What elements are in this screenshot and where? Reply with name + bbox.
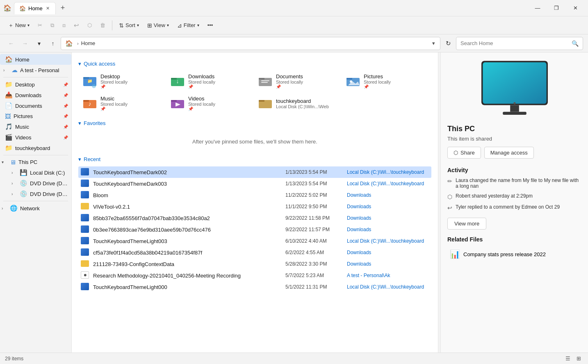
statusbar: 29 items ☰ ⊞: [0, 353, 588, 364]
right-panel-subtitle: This item is shared: [447, 136, 581, 142]
recent-file-location: Downloads: [347, 227, 429, 232]
share-button[interactable]: ⬡ Share: [447, 147, 481, 159]
copy-button[interactable]: ⧉: [47, 20, 57, 31]
sort-button[interactable]: ⇅ Sort ▾: [116, 20, 142, 31]
sidebar-item-thispc[interactable]: ▾ 🖥 This PC: [0, 157, 71, 167]
folder-pictures[interactable]: Pictures Stored locally 📌: [342, 71, 428, 91]
folder-videos-icon: [170, 96, 185, 111]
sidebar-divider-2: [3, 155, 68, 155]
sidebar-item-documents[interactable]: 📄 Documents 📌: [0, 100, 71, 111]
rename-button[interactable]: ↩: [71, 20, 82, 31]
folder-downloads[interactable]: ↓ Downloads Stored locally 📌: [166, 71, 252, 91]
sidebar-item-network[interactable]: › 🌐 Network: [0, 203, 71, 214]
share-button[interactable]: ⬡: [84, 20, 95, 30]
recent-file-row[interactable]: TouchKeyboardThemeLight003 6/10/2022 4:4…: [78, 235, 431, 247]
recent-file-row[interactable]: 0b3ee7663893cae76e9bd310aee59b70d76cc476…: [78, 224, 431, 235]
folder-touchkeyboard[interactable]: touchkeyboard Local Disk (C:)\Win...\Web: [254, 93, 340, 114]
quick-access-header[interactable]: ▾ Quick access: [78, 61, 431, 67]
filter-button[interactable]: ⊿ Filter ▾: [174, 20, 203, 31]
up-button[interactable]: ↑: [47, 37, 59, 50]
sidebar-item-music[interactable]: 🎵 Music 📌: [0, 121, 71, 132]
close-button[interactable]: ✕: [566, 2, 585, 15]
new-button[interactable]: ＋ New ▾: [5, 20, 33, 31]
address-bar[interactable]: 🏠 › Home ▾: [61, 37, 440, 50]
app-icon: 🏠: [3, 4, 11, 12]
thispc-expand-icon: ▾: [2, 160, 7, 164]
copy-icon: ⧉: [50, 22, 54, 29]
recent-file-icon: [81, 260, 89, 268]
sidebar-item-home[interactable]: 🏠 Home: [0, 54, 71, 65]
sidebar-item-localdisk[interactable]: › 💾 Local Disk (C:): [0, 167, 71, 178]
recent-header[interactable]: ▾ Recent: [78, 156, 431, 162]
recent-file-icon: [81, 248, 89, 257]
delete-button[interactable]: 🗑: [97, 20, 109, 30]
paste-button[interactable]: ⧈: [59, 20, 69, 31]
search-box[interactable]: 🔍: [456, 37, 583, 50]
recent-file-location: Local Disk (C:)\Wi...\touchkeyboard: [347, 284, 429, 290]
sidebar-divider-1: [3, 77, 68, 77]
forward-button[interactable]: →: [19, 37, 31, 50]
navbar: ← → ▾ ↑ 🏠 › Home ▾ ↻ 🔍: [0, 34, 588, 52]
sidebar-item-videos[interactable]: 🎬 Videos 📌: [0, 132, 71, 143]
new-tab-button[interactable]: +: [58, 3, 68, 13]
recent-file-row[interactable]: TouchKeyboardThemeDark003 1/13/2023 5:54…: [78, 178, 431, 189]
maximize-button[interactable]: ❐: [547, 2, 566, 15]
recent-file-row[interactable]: TouchKeyboardThemeDark002 1/13/2023 5:54…: [78, 166, 431, 178]
address-dropdown-button[interactable]: ▾: [431, 39, 436, 47]
folder-downloads-pin: 📌: [188, 84, 215, 89]
folder-music-name: Music: [100, 96, 128, 102]
tab-close-button[interactable]: ✕: [45, 5, 50, 12]
cut-icon: ✂: [38, 22, 42, 28]
sidebar-item-dvd1[interactable]: › 💿 DVD Drive (D:) CC: [0, 178, 71, 189]
sidebar-item-pictures[interactable]: 🖼 Pictures 📌: [0, 111, 71, 121]
window-controls: — ❐ ✕: [528, 2, 585, 15]
recent-file-name: TouchKeyboardThemeDark002: [93, 169, 281, 175]
related-file-item[interactable]: 📊 Company stats press release 2022: [447, 247, 581, 262]
recent-file-row[interactable]: TouchKeyboardThemeLight000 5/1/2022 11:3…: [78, 281, 431, 293]
touchkeyboard-icon: 📁: [5, 144, 13, 152]
manage-access-button[interactable]: Manage access: [484, 147, 534, 159]
view-button[interactable]: ⊞ View ▾: [144, 20, 172, 31]
pictures-icon: 🖼: [5, 113, 11, 120]
sidebar-item-atest[interactable]: › ☁ A test - Personal: [0, 65, 71, 75]
right-panel: This PC This item is shared ⬡ Share Mana…: [440, 52, 588, 353]
tab-home[interactable]: 🏠 Home ✕: [14, 2, 56, 14]
recent-locations-button[interactable]: ▾: [33, 37, 45, 50]
view-more-button[interactable]: View more: [447, 218, 486, 230]
recent-file-row[interactable]: ViVeTool-v0.2.1 11/1/2022 9:50 PM Downlo…: [78, 201, 431, 212]
folder-music[interactable]: ♪ Music Stored locally 📌: [78, 93, 164, 114]
sidebar-item-touchkeyboard[interactable]: 📁 touchkeyboard: [0, 143, 71, 153]
folder-desktop[interactable]: 📁 Desktop Stored locally 📌: [78, 71, 164, 91]
statusbar-grid-view-button[interactable]: ⊞: [574, 354, 583, 363]
statusbar-list-view-button[interactable]: ☰: [563, 354, 572, 363]
sidebar-item-desktop[interactable]: 📁 Desktop 📌: [0, 79, 71, 90]
quick-access-grid: 📁 Desktop Stored locally 📌 ↓ Downloads S…: [78, 71, 431, 114]
folder-videos-meta: Stored locally: [188, 102, 215, 107]
sidebar-dvd1-label: DVD Drive (D:) CC: [30, 180, 68, 187]
folder-documents[interactable]: Documents Stored locally 📌: [254, 71, 340, 91]
folder-videos[interactable]: Videos Stored locally 📌: [166, 93, 252, 114]
recent-file-name: ViVeTool-v0.2.1: [93, 204, 281, 210]
refresh-button[interactable]: ↻: [442, 37, 454, 50]
recent-file-row[interactable]: cf5a73fe0f1f4a0cd58a38b04219a0167354f87f…: [78, 247, 431, 258]
recent-file-row[interactable]: 211128-73493-ConfigContextData 5/28/2022…: [78, 258, 431, 270]
folder-pictures-name: Pictures: [364, 73, 391, 80]
back-button[interactable]: ←: [5, 37, 17, 50]
sidebar-item-downloads[interactable]: 📥 Downloads 📌: [0, 90, 71, 100]
search-input[interactable]: [460, 40, 569, 46]
more-button[interactable]: •••: [204, 20, 217, 30]
sidebar-item-dvd2[interactable]: › 💿 DVD Drive (D:) CCC: [0, 189, 71, 199]
sidebar-dvd2-label: DVD Drive (D:) CCC: [30, 191, 68, 197]
recent-file-row[interactable]: 85bb37e2ba65556f7da07047bab330e3534c80a2…: [78, 212, 431, 224]
recent-file-location: Downloads: [347, 204, 429, 209]
recent-chevron: ▾: [78, 156, 81, 162]
favorites-label: Favorites: [84, 120, 105, 126]
recent-file-icon: [81, 225, 89, 234]
recent-file-row[interactable]: ⏺ Research Methodology-20210401_040256-M…: [78, 270, 431, 281]
favorites-header[interactable]: ▾ Favorites: [78, 120, 431, 126]
folder-documents-meta: Stored locally: [276, 80, 303, 84]
recent-file-row[interactable]: Bloom 11/2/2022 5:02 PM Downloads: [78, 189, 431, 201]
minimize-button[interactable]: —: [528, 2, 547, 15]
svg-rect-22: [259, 100, 264, 102]
cut-button[interactable]: ✂: [34, 20, 46, 30]
